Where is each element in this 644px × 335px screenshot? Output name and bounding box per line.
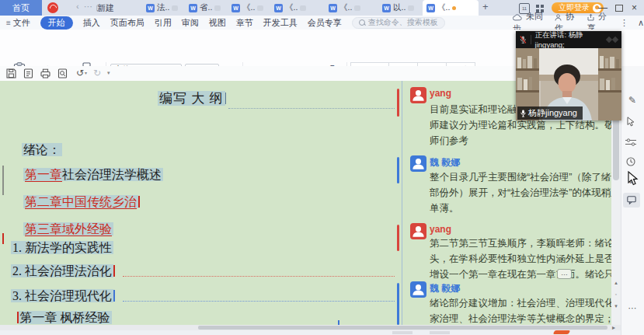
sidebar-more-icon[interactable]: ⋯ [625,303,639,313]
document-tab[interactable]: W 《.. [270,0,310,16]
document-tab[interactable]: W 《.. [228,0,267,16]
comment-text[interactable]: 师们参考 [430,134,613,148]
document-tab-label: 法.. [157,2,169,13]
tab-home-ribbon[interactable]: 开始 [40,16,73,30]
command-search-input[interactable]: 查找命令、搜索模板 [352,17,445,29]
print-icon[interactable] [40,68,50,79]
file-menu[interactable]: ≡ 文件 [6,17,30,29]
document-tab[interactable]: W 《.. [325,0,364,16]
document-tab-label: 省.. [200,2,212,13]
dotted-rule [228,108,395,109]
horizontal-scrollbar-thumb[interactable] [198,326,607,330]
writer-icon: W [426,4,435,12]
browse-up-icon[interactable]: ▴ [612,280,620,286]
undo-icon[interactable]: ↺ [76,68,87,79]
tab-close-icon[interactable] [300,5,306,11]
comment-text[interactable]: 绪论部分建议增加：社会治理、治理现代化、国 [430,297,613,310]
doc-line-item1[interactable]: 1. 新法学的实践性 [11,240,113,256]
tab-developer[interactable]: 开发工具 [263,17,298,29]
writer-icon: W [274,4,283,12]
doc-line-item3[interactable]: 3. 社会治理现代化 [11,288,115,304]
unsaved-dot [452,6,456,10]
document-tab[interactable]: W 法.. [142,0,182,16]
add-tab-button[interactable]: + [482,1,489,12]
comment-connector [397,157,399,183]
doc-line-intro[interactable]: 绪论： [22,142,62,158]
doc-line-item2[interactable]: 2. 社会治理法治化 [11,263,115,279]
tab-page-layout[interactable]: 页面布局 [110,17,144,29]
dotted-rule-red [123,276,395,277]
tab-insert[interactable]: 插入 [83,17,100,29]
tab-close-icon[interactable] [257,5,263,11]
select-tool-icon[interactable] [627,117,635,127]
avatar [410,223,426,239]
collapse-ribbon-icon[interactable]: ∧ [638,18,644,28]
home-tab[interactable]: 首页 [0,0,42,16]
comment-text[interactable]: 单薄。 [430,202,613,215]
comment-author[interactable]: 魏 毅娜 [430,282,460,295]
document-tab-label: 《.. [285,2,298,13]
document-tab-label: 《.. [437,2,450,13]
comment-author[interactable]: 魏 毅娜 [430,156,460,169]
tab-references[interactable]: 引用 [155,17,172,29]
document-tab-active[interactable]: W 《.. [423,0,479,16]
meeting-video-overlay[interactable]: 正在讲话: 杨静jingyang; [516,31,621,120]
edit-pen-icon[interactable]: ✎ [625,95,639,106]
doc-title[interactable]: 编写 大 纲 [158,91,226,106]
tab-close-icon[interactable] [354,5,360,11]
tab-member[interactable]: 会员专享 [308,17,342,29]
tab-close-icon[interactable] [172,5,178,11]
comment-more-button[interactable]: … [557,269,572,279]
browse-down-icon[interactable]: ▾ [612,303,620,309]
comment-text[interactable]: 部份外）展开，对“社会治理法学”的体现稍显 [430,187,613,200]
revision-bar [2,166,4,195]
person-icon [410,87,426,103]
close-button[interactable]: × [632,2,637,13]
toolbar-customize-icon[interactable]: ▾ [107,70,110,76]
restore-button[interactable] [615,5,623,12]
comment-text[interactable]: 增设一个第一章在现在第一章前面。绪论只 [430,268,613,281]
comment-connector [397,225,399,251]
comment-connector [397,283,399,325]
comment-author[interactable]: yang [430,88,451,99]
comment-text[interactable]: 头，在学科必要性和独立性内涵外延上是否需要 [430,253,613,266]
comments-divider [402,81,402,325]
new-document-tab[interactable]: 新建 [85,0,126,16]
print-preview-icon[interactable] [57,68,68,79]
history-clock-icon[interactable] [626,157,635,166]
text-cursor [113,265,115,277]
doc-line-ch3[interactable]: 第三章域外经验 [23,222,113,237]
browse-select-icon[interactable]: ◦ [612,291,620,297]
comment-text[interactable]: 家治理、社会治理法学等关键概念的界定；社会 [430,312,613,326]
tab-close-icon[interactable] [214,5,221,11]
back-icon[interactable]: ‹ [76,2,79,11]
comment-author[interactable]: yang [430,224,451,235]
avatar [410,281,426,298]
avatar [410,87,426,103]
tab-view[interactable]: 视图 [209,17,226,29]
redo-icon[interactable]: ↻ [93,68,101,79]
apps-grid-icon[interactable] [536,5,539,8]
doc-line-ch2[interactable]: 第二章中国传统乡治 [23,194,140,210]
person-icon [410,155,426,172]
comment-text[interactable]: 第二节第三节互换顺序，李颖晖老师：绪论是重 [430,237,613,250]
menu-right-group: 未同步 协作 分享 ⋮ ∧ [513,16,644,30]
doc-line-ch1[interactable]: 第一章社会治理法学概述 [23,167,163,183]
doc-line-fengqiao[interactable]: 第一章 枫桥经验 [17,310,112,326]
docer-icon[interactable] [47,2,58,13]
comment-text[interactable]: 师建议分为理论篇和实践篇，上下结构。敬请老 [430,119,613,132]
document-tab[interactable]: W 以.. [378,0,418,16]
tab-section[interactable]: 章节 [236,17,253,29]
comments-panel-icon-active[interactable] [623,193,640,208]
tab-review[interactable]: 审阅 [182,17,199,29]
save-icon[interactable] [6,68,16,79]
cloud-icon [513,14,522,21]
more-options-icon[interactable]: ⋮ [620,18,628,28]
export-pdf-icon[interactable] [23,68,33,79]
comment-text[interactable]: 整个目录几乎主要围绕“社会治理”（除了绪论 [430,171,613,184]
settings-sliders-icon[interactable] [625,138,636,146]
avatar [410,155,426,172]
document-tab[interactable]: W 省.. [185,0,225,16]
text-cursor [138,196,140,208]
tab-close-icon[interactable] [408,5,414,11]
